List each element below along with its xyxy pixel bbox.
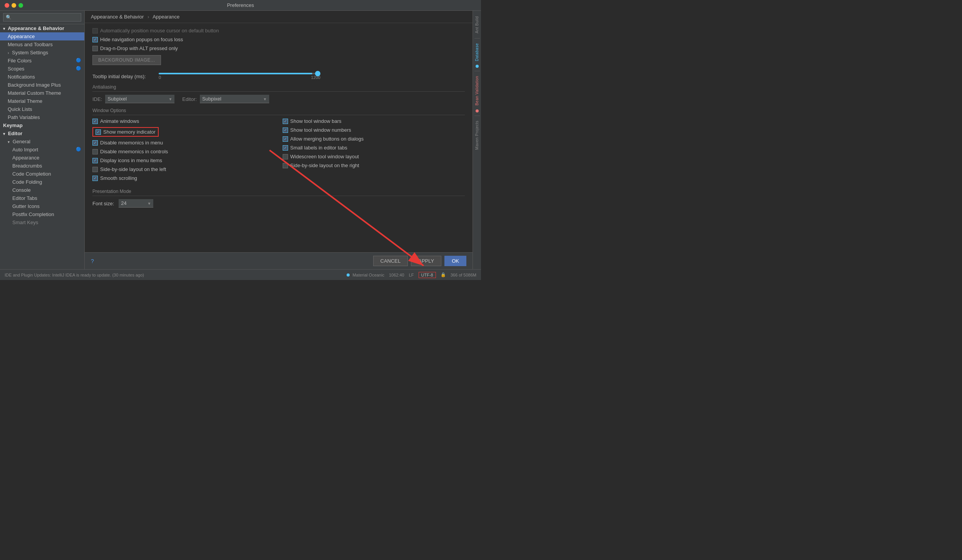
apply-button[interactable]: APPLY — [411, 256, 441, 266]
ide-aa-select[interactable]: Subpixel Greyscale None — [105, 95, 174, 103]
sidebar-item-appearance[interactable]: Appearance — [0, 32, 84, 40]
display-icons-checkbox[interactable] — [92, 158, 98, 163]
ide-aa-select-wrapper: Subpixel Greyscale None — [105, 95, 174, 103]
small-labels-label[interactable]: Small labels in editor tabs — [283, 145, 347, 151]
sidebar-item-system-settings[interactable]: › System Settings — [0, 49, 84, 57]
database-tab[interactable]: Database — [474, 41, 480, 64]
widescreen-checkbox[interactable] — [283, 154, 288, 159]
right-tab-separator-3 — [474, 116, 480, 116]
hide-nav-label[interactable]: Hide navigation popups on focus loss — [92, 37, 183, 42]
slider-thumb[interactable] — [315, 71, 320, 76]
search-container — [0, 11, 84, 24]
sidebar-item-appearance-behavior[interactable]: ▾ Appearance & Behavior — [0, 24, 84, 32]
sidebar-item-material-custom[interactable]: Material Custom Theme — [0, 89, 84, 97]
show-tool-numbers-label[interactable]: Show tool window numbers — [283, 127, 351, 133]
disable-mnemonics-controls-checkbox[interactable] — [92, 149, 98, 154]
sidebar-item-quick-lists[interactable]: Quick Lists — [0, 105, 84, 113]
scopes-badge: 🔵 — [76, 66, 81, 71]
breadcrumb: Appearance & Behavior › Appearance — [85, 11, 473, 23]
presentation-row: Font size: 24 12 16 18 20 28 32 — [92, 199, 465, 208]
sidebar-item-keymap[interactable]: Keymap — [0, 121, 84, 129]
ok-button[interactable]: OK — [444, 256, 466, 266]
sidebar-item-appearance-editor[interactable]: Appearance — [0, 154, 84, 162]
sidebar-item-notifications[interactable]: Notifications — [0, 73, 84, 81]
main-layout: ▾ Appearance & Behavior Appearance Menus… — [0, 11, 481, 269]
side-right-checkbox[interactable] — [283, 163, 288, 168]
sidebar-item-smart-keys[interactable]: Smart Keys — [0, 218, 84, 226]
drag-alt-label[interactable]: Drag-n-Drop with ALT pressed only — [92, 45, 178, 51]
encoding-label[interactable]: UTF-8 — [419, 272, 436, 278]
show-memory-checkbox[interactable] — [96, 129, 101, 135]
show-tool-bars-label[interactable]: Show tool window bars — [283, 118, 342, 124]
disable-mnemonics-menu-checkbox[interactable] — [92, 140, 98, 146]
smooth-scrolling-checkbox[interactable] — [92, 176, 98, 181]
minimize-button[interactable] — [12, 3, 16, 8]
drag-alt-row: Drag-n-Drop with ALT pressed only — [92, 45, 465, 51]
sidebar-item-code-completion[interactable]: Code Completion — [0, 170, 84, 178]
sidebar-item-file-colors[interactable]: File Colors 🔵 — [0, 57, 84, 65]
bean-validation-tab[interactable]: Bean Validation — [474, 74, 480, 108]
antialiasing-row: IDE: Subpixel Greyscale None Editor: Sub… — [92, 95, 465, 103]
sidebar-item-path-variables[interactable]: Path Variables — [0, 113, 84, 121]
show-tool-numbers-checkbox[interactable] — [283, 127, 288, 133]
small-labels-checkbox[interactable] — [283, 145, 288, 151]
chevron-right-icon: › — [8, 51, 9, 55]
side-right-label[interactable]: Side-by-side layout on the right — [283, 163, 359, 168]
sidebar-item-breadcrumbs[interactable]: Breadcrumbs — [0, 162, 84, 170]
auto-position-label[interactable]: Automatically position mouse cursor on d… — [92, 28, 219, 34]
window-controls[interactable] — [5, 3, 23, 8]
ant-build-tab[interactable]: Ant Build — [474, 14, 480, 36]
widescreen-label[interactable]: Widescreen tool window layout — [283, 154, 359, 159]
line-ending-label[interactable]: LF — [409, 273, 414, 277]
font-size-select[interactable]: 24 12 16 18 20 28 32 — [119, 199, 153, 208]
disable-mnemonics-controls-label[interactable]: Disable mnemonics in controls — [92, 149, 168, 154]
sidebar-item-gutter-icons[interactable]: Gutter Icons — [0, 202, 84, 210]
animate-windows-label[interactable]: Animate windows — [92, 118, 139, 124]
show-tool-bars-checkbox[interactable] — [283, 119, 288, 124]
sidebar-item-editor[interactable]: ▾ Editor — [0, 129, 84, 137]
auto-position-checkbox[interactable] — [92, 28, 98, 34]
auto-import-badge: 🔵 — [76, 147, 81, 152]
smooth-scrolling-label[interactable]: Smooth scrolling — [92, 175, 137, 181]
close-button[interactable] — [5, 3, 9, 8]
sidebar-item-code-folding[interactable]: Code Folding — [0, 178, 84, 186]
sidebar-item-scopes[interactable]: Scopes 🔵 — [0, 65, 84, 73]
side-left-label[interactable]: Side-by-side layout on the left — [92, 166, 166, 172]
side-right-row: Side-by-side layout on the right — [283, 163, 465, 168]
sidebar-item-console[interactable]: Console — [0, 186, 84, 194]
editor-aa-select[interactable]: Subpixel Greyscale None — [200, 95, 269, 103]
maximize-button[interactable] — [18, 3, 23, 8]
disable-mnemonics-menu-label[interactable]: Disable mnemonics in menu — [92, 140, 163, 146]
allow-merging-label[interactable]: Allow merging buttons on dialogs — [283, 136, 364, 142]
sidebar: ▾ Appearance & Behavior Appearance Menus… — [0, 11, 85, 269]
ide-aa-label: IDE: — [92, 96, 102, 102]
small-labels-row: Small labels in editor tabs — [283, 145, 465, 151]
sidebar-item-bg-image-plus[interactable]: Background Image Plus — [0, 81, 84, 89]
font-size-label: Font size: — [92, 201, 114, 206]
hide-nav-checkbox[interactable] — [92, 37, 98, 42]
sidebar-item-general[interactable]: ▾ General — [0, 137, 84, 146]
display-icons-label[interactable]: Display icons in menu items — [92, 158, 162, 163]
allow-merging-checkbox[interactable] — [283, 136, 288, 142]
window-options-grid: Animate windows Show memory indicator — [92, 118, 465, 184]
sidebar-item-menus-toolbars[interactable]: Menus and Toolbars — [0, 40, 84, 49]
sidebar-item-editor-tabs[interactable]: Editor Tabs — [0, 194, 84, 202]
sidebar-item-postfix-completion[interactable]: Postfix Completion — [0, 210, 84, 218]
sidebar-item-auto-import[interactable]: Auto Import 🔵 — [0, 146, 84, 154]
background-image-button[interactable]: BACKGROUND IMAGE... — [92, 55, 161, 65]
statusbar-right: Material Oceanic 1062:40 LF UTF-8 🔒 366 … — [347, 272, 476, 278]
position-label[interactable]: 1062:40 — [389, 273, 404, 277]
right-panel: Ant Build Database Bean Validation Maven… — [473, 11, 481, 269]
side-left-checkbox[interactable] — [92, 167, 98, 172]
window-title: Preferences — [227, 2, 254, 8]
cancel-button[interactable]: CANCEL — [373, 256, 408, 266]
bean-validation-dot — [476, 109, 479, 112]
theme-dot — [347, 273, 350, 277]
sidebar-item-material-theme[interactable]: Material Theme — [0, 97, 84, 105]
search-input[interactable] — [3, 13, 81, 22]
drag-alt-checkbox[interactable] — [92, 46, 98, 51]
animate-windows-checkbox[interactable] — [92, 119, 98, 124]
help-button[interactable]: ? — [91, 258, 94, 264]
maven-projects-tab[interactable]: Maven Projects — [474, 118, 480, 152]
tooltip-slider-track[interactable] — [159, 73, 320, 74]
